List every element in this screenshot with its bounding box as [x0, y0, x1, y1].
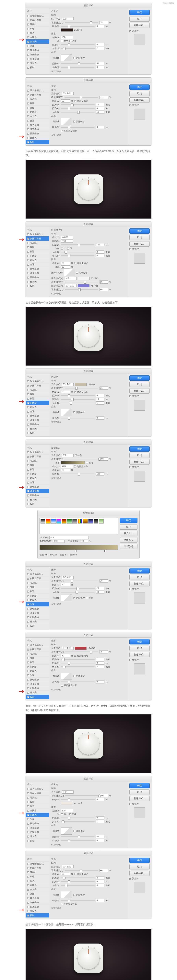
checkbox[interactable]: 图层挖空投影: [61, 129, 77, 132]
dropdown[interactable]: 正片叠底: [62, 92, 74, 95]
sidebar-item[interactable]: 图案叠加: [26, 275, 49, 280]
checkbox[interactable]: 使用全局光: [74, 100, 88, 102]
sidebar-item[interactable]: 等高线: [26, 22, 49, 27]
number-input[interactable]: 100: [100, 457, 108, 461]
preset-swatch[interactable]: [78, 519, 82, 523]
sidebar-item[interactable]: 描边: [26, 879, 49, 883]
sidebar-item[interactable]: 光泽: [26, 602, 49, 606]
slider[interactable]: [65, 289, 98, 290]
color-swatch[interactable]: [75, 647, 87, 650]
slider[interactable]: [61, 26, 95, 27]
sidebar-item[interactable]: 斜面和浮雕: [26, 866, 49, 870]
number-input[interactable]: 2: [96, 250, 105, 254]
slider[interactable]: [61, 418, 95, 418]
preset-swatch[interactable]: [46, 519, 50, 523]
sidebar-item[interactable]: 光泽: [26, 118, 49, 123]
checkbox[interactable]: 下: [67, 247, 72, 250]
sidebar-item[interactable]: 内阴影: [26, 665, 49, 669]
sidebar-item[interactable]: 描边: [26, 249, 49, 254]
preset-swatch[interactable]: [88, 519, 93, 523]
sidebar-item[interactable]: 纹理: [26, 874, 49, 879]
number-input[interactable]: 44: [100, 869, 108, 872]
cancel-button[interactable]: 取消: [129, 16, 150, 22]
number-input[interactable]: 100: [100, 794, 108, 797]
number-input[interactable]: 1: [96, 820, 105, 823]
dropdown[interactable]: 正片叠底: [62, 647, 74, 650]
number-input[interactable]: 90: [61, 469, 70, 472]
number-input[interactable]: 4: [96, 884, 105, 887]
dropdown[interactable]: 柔和: [61, 809, 73, 812]
cancel-button[interactable]: 取消: [129, 453, 150, 458]
number-input[interactable]: 23: [96, 587, 105, 590]
slider[interactable]: [65, 459, 98, 460]
checkbox[interactable]: 居中: [61, 40, 68, 43]
sidebar-item[interactable]: 图案叠加: [26, 493, 49, 498]
checkbox[interactable]: 仿色: [75, 454, 82, 457]
sidebar-item[interactable]: 等高线: [26, 581, 49, 585]
color-swatch[interactable]: [78, 284, 90, 287]
new-style-button[interactable]: 新建样式...: [129, 97, 150, 103]
ok-button[interactable]: 确定: [129, 639, 150, 644]
slider[interactable]: [61, 818, 95, 818]
sidebar-item[interactable]: 图案叠加: [26, 422, 49, 426]
dropdown[interactable]: 正片叠底: [62, 865, 74, 868]
number-input[interactable]: 0: [96, 798, 105, 801]
slider[interactable]: [61, 900, 95, 901]
checkbox[interactable]: 消除锯齿: [73, 830, 85, 833]
preview-checkbox[interactable]: 预览(V): [129, 659, 150, 662]
checkbox[interactable]: 居中: [61, 813, 68, 816]
ok-button[interactable]: 确定: [129, 568, 150, 573]
sidebar-item[interactable]: 斜面和浮雕: [26, 647, 49, 652]
cancel-button[interactable]: 取消: [129, 235, 150, 240]
color-swatch[interactable]: [61, 802, 73, 805]
contour-picker[interactable]: [61, 118, 72, 125]
sidebar-item[interactable]: 混合选项:默认: [26, 14, 49, 18]
number-input[interactable]: 0: [96, 43, 105, 46]
slider[interactable]: [61, 44, 95, 45]
sidebar-item[interactable]: 外发光: [26, 619, 49, 624]
slider[interactable]: [61, 885, 95, 886]
number-input[interactable]: 16: [96, 111, 105, 114]
gradient-stop[interactable]: [75, 550, 77, 552]
sidebar-item[interactable]: 外发光: [26, 280, 49, 284]
sidebar-item[interactable]: 混合选项:默认: [26, 450, 49, 454]
number-input[interactable]: 10: [96, 398, 105, 401]
sidebar-item[interactable]: 等高线: [26, 97, 49, 101]
sidebar-item[interactable]: 等高线: [26, 241, 49, 245]
checkbox[interactable]: 图层挖空投影: [61, 902, 77, 905]
sidebar-item[interactable]: 纹理: [26, 27, 49, 31]
ok-button[interactable]: 确定: [129, 446, 150, 452]
sidebar-item[interactable]: 纹理: [26, 585, 49, 589]
new-style-button[interactable]: 新建样式...: [129, 388, 150, 394]
number-input[interactable]: 0: [96, 839, 105, 842]
sidebar-item[interactable]: 内发光: [26, 40, 49, 44]
number-input[interactable]: 100: [96, 243, 105, 247]
sidebar-item[interactable]: 渐变叠加: [26, 489, 49, 493]
contour-picker[interactable]: [61, 594, 72, 601]
slider[interactable]: [61, 474, 95, 474]
sidebar-item[interactable]: 斜面和浮雕: [26, 18, 49, 22]
number-input[interactable]: 0: [96, 680, 105, 684]
preset-swatch[interactable]: [62, 519, 66, 523]
save-button[interactable]: 存储(S)...: [120, 537, 137, 542]
sidebar-item[interactable]: 内阴影: [26, 401, 49, 405]
slider[interactable]: [61, 63, 95, 64]
slider[interactable]: [61, 881, 95, 882]
slider[interactable]: [61, 252, 95, 253]
sidebar-item[interactable]: 纹理: [26, 656, 49, 660]
sidebar-item[interactable]: 纹理: [26, 800, 49, 804]
slider[interactable]: [61, 112, 95, 113]
dropdown[interactable]: 滤色: [65, 277, 77, 280]
sidebar-item[interactable]: 光泽: [26, 409, 49, 414]
checkbox[interactable]: 消除锯齿: [73, 411, 85, 414]
number-input[interactable]: 90: [61, 262, 70, 265]
sidebar-item[interactable]: 渐变叠加: [26, 52, 49, 57]
slider[interactable]: [61, 399, 95, 399]
preview-checkbox[interactable]: 预览(V): [129, 877, 150, 880]
ok-button[interactable]: 确定: [129, 10, 150, 15]
sidebar-item[interactable]: 外发光: [26, 498, 49, 502]
number-input[interactable]: 0: [96, 662, 105, 665]
number-input[interactable]: 75: [100, 21, 108, 24]
ok-button[interactable]: 确定: [129, 228, 150, 234]
preset-swatch[interactable]: [67, 519, 72, 523]
